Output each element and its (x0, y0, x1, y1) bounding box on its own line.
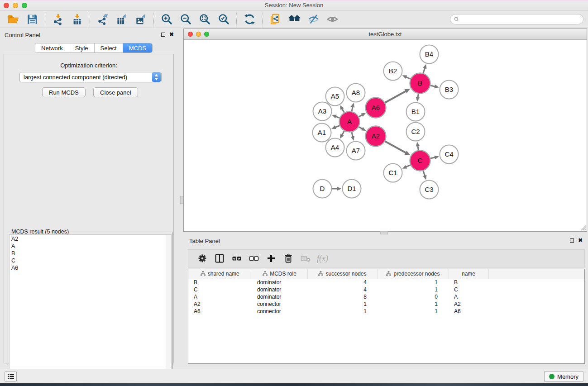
cell-shared_name[interactable]: A2 (188, 300, 252, 308)
cell-predecessor_nodes[interactable]: 1 (378, 279, 449, 286)
cell-mcds_role[interactable]: dominator (252, 293, 307, 300)
mcds-result-item[interactable]: B (11, 250, 171, 257)
export-table-icon[interactable] (115, 13, 129, 26)
import-table-icon[interactable] (70, 13, 84, 26)
refresh-icon[interactable] (243, 13, 256, 26)
edge-A6-B[interactable] (385, 91, 406, 103)
close-panel-button[interactable]: Close panel (93, 87, 138, 97)
tab-mcds[interactable]: MCDS (123, 43, 152, 52)
cell-shared_name[interactable]: A (188, 293, 252, 300)
cell-mcds_role[interactable]: connector (252, 308, 307, 315)
cell-predecessor_nodes[interactable]: 1 (378, 286, 449, 293)
run-mcds-button[interactable]: Run MCDS (42, 87, 86, 97)
cell-shared_name[interactable]: A6 (188, 308, 252, 315)
edge-arrowhead (416, 97, 420, 102)
table-row[interactable]: A6connector11A6 (188, 308, 584, 315)
control-panel-title: Control Panel (5, 32, 40, 38)
dropdown-stepper-icon (152, 72, 161, 82)
cell-successor_nodes[interactable]: 1 (307, 308, 378, 315)
close-panel-icon[interactable]: ✖ (169, 32, 174, 37)
export-image-icon[interactable] (134, 13, 148, 26)
node-table[interactable]: shared nameMCDS rolesuccessor nodesprede… (188, 269, 585, 364)
column-header-successor-nodes[interactable]: successor nodes (307, 269, 378, 279)
select-all-columns-icon[interactable] (229, 252, 244, 265)
vertical-splitter-handle[interactable] (180, 196, 183, 204)
graph-node-label: A5 (331, 92, 339, 100)
table-row[interactable]: Adominator80A (188, 293, 584, 300)
toolbar-separator (153, 13, 154, 26)
show-column-panel-icon[interactable] (212, 252, 227, 265)
cell-name[interactable]: A (449, 293, 488, 300)
close-table-panel-icon[interactable]: ✖ (578, 238, 583, 243)
node-table-header[interactable]: shared nameMCDS rolesuccessor nodesprede… (188, 269, 584, 279)
graph-node-label: A8 (352, 89, 360, 96)
task-history-button[interactable] (5, 371, 17, 382)
edge-A2-C[interactable] (385, 141, 406, 153)
cell-predecessor_nodes[interactable]: 1 (378, 300, 449, 308)
memory-button[interactable]: Memory (544, 371, 583, 382)
graph-node-label: B1 (411, 108, 420, 115)
cell-mcds_role[interactable]: dominator (252, 279, 307, 286)
memory-label: Memory (557, 373, 578, 380)
horizontal-splitter-handle[interactable] (380, 231, 388, 234)
graph-node-label: A7 (352, 147, 360, 154)
zoom-out-icon[interactable] (179, 13, 192, 26)
zoom-selected-icon[interactable] (217, 13, 230, 26)
column-header-MCDS-role[interactable]: MCDS role (252, 269, 307, 279)
create-new-column-icon[interactable] (263, 252, 279, 265)
zoom-in-icon[interactable] (160, 13, 173, 26)
tab-network[interactable]: Network (35, 43, 69, 52)
cell-successor_nodes[interactable]: 4 (307, 279, 378, 286)
search-input[interactable] (460, 16, 583, 23)
optimization-criterion-select[interactable]: largest connected component (directed) (19, 72, 162, 82)
cell-mcds_role[interactable]: dominator (252, 286, 307, 293)
cell-name[interactable]: A2 (449, 300, 488, 308)
import-network-icon[interactable] (51, 13, 65, 26)
resize-grip-icon[interactable] (580, 224, 586, 231)
new-network-from-file-icon[interactable] (268, 13, 282, 26)
network-graph-canvas[interactable]: B4B2BB3A5A8A6B1A3AC2A1A2A4A7C4CC1C3DD1 (184, 40, 587, 231)
tab-select[interactable]: Select (95, 43, 123, 52)
delete-column-icon[interactable] (281, 252, 296, 265)
column-header-name[interactable]: name (449, 269, 488, 279)
table-row[interactable]: Cdominator41C (188, 286, 584, 293)
edge-arrowhead (434, 85, 439, 88)
cell-predecessor_nodes[interactable]: 0 (378, 293, 449, 300)
column-header-shared-name[interactable]: shared name (188, 269, 252, 279)
search-box[interactable] (450, 14, 583, 24)
table-row[interactable]: Bdominator41B (188, 279, 584, 286)
cell-shared_name[interactable]: B (188, 279, 252, 286)
float-panel-icon[interactable] (161, 33, 165, 37)
cell-mcds_role[interactable]: connector (252, 300, 307, 308)
network-window-titlebar[interactable]: testGlobe.txt (184, 29, 587, 40)
column-header-predecessor-nodes[interactable]: predecessor nodes (378, 269, 449, 279)
cell-successor_nodes[interactable]: 4 (307, 286, 378, 293)
save-session-icon[interactable] (25, 13, 39, 26)
cell-name[interactable]: B (449, 279, 488, 286)
table-settings-gear-icon[interactable] (195, 252, 210, 265)
mcds-result-item[interactable]: C (11, 257, 171, 264)
open-file-icon[interactable] (6, 13, 20, 26)
edge-arrowhead (416, 142, 420, 147)
optimization-criterion-label: Optimization criterion: (4, 62, 173, 69)
mcds-result-item[interactable]: A (11, 243, 171, 250)
deselect-all-columns-icon[interactable] (246, 252, 262, 265)
tab-style[interactable]: Style (69, 43, 95, 52)
show-all-icon[interactable] (325, 13, 339, 26)
result-scrollbar[interactable] (166, 235, 171, 385)
cell-name[interactable]: C (449, 286, 488, 293)
cell-successor_nodes[interactable]: 8 (307, 293, 378, 300)
zoom-fit-icon[interactable] (198, 13, 211, 26)
export-network-icon[interactable] (96, 13, 110, 26)
cell-successor_nodes[interactable]: 1 (307, 300, 378, 308)
cell-shared_name[interactable]: C (188, 286, 252, 293)
float-table-panel-icon[interactable] (570, 238, 574, 243)
table-row[interactable]: A2connector11A2 (188, 300, 584, 308)
cell-name[interactable]: A6 (449, 308, 488, 315)
home-layout-icon[interactable] (287, 13, 301, 26)
mcds-result-list[interactable]: A2ABCA6 (9, 234, 172, 386)
cell-predecessor_nodes[interactable]: 1 (378, 308, 449, 315)
mcds-result-item[interactable]: A2 (11, 235, 171, 243)
mcds-result-item[interactable]: A6 (11, 264, 171, 272)
hide-selected-icon[interactable] (306, 13, 320, 26)
